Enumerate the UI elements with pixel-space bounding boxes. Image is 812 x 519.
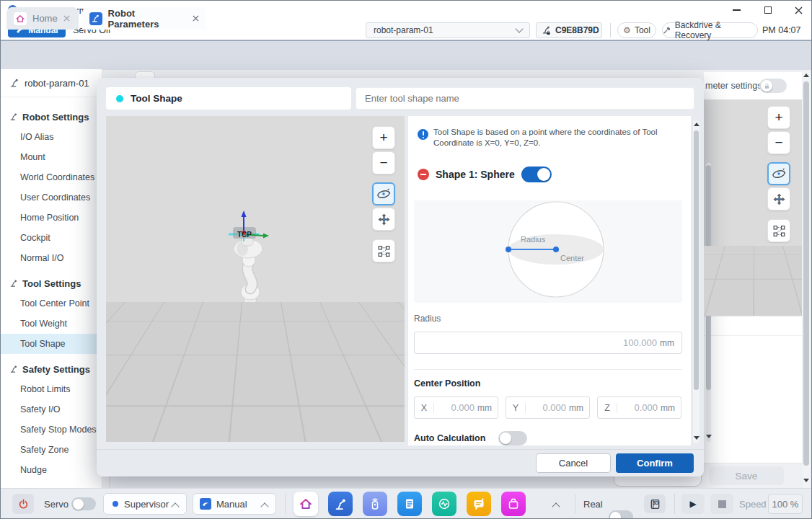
sidebar-item-nudge[interactable]: Nudge bbox=[1, 460, 102, 480]
bg-orbit-button[interactable] bbox=[767, 162, 790, 185]
app-tasks[interactable] bbox=[397, 492, 422, 516]
power-icon bbox=[18, 499, 29, 510]
sidebar-item-tool-weight[interactable]: Tool Weight bbox=[1, 314, 102, 334]
tool-shape-name-input[interactable] bbox=[356, 87, 694, 110]
close-icon[interactable] bbox=[193, 15, 199, 22]
robot-id-badge[interactable]: C9E8B79D bbox=[536, 22, 602, 38]
scroll-up-icon[interactable] bbox=[694, 123, 700, 126]
sidebar-item-home-position[interactable]: Home Position bbox=[1, 208, 102, 228]
sidebar-item-safety-zone[interactable]: Safety Zone bbox=[1, 440, 102, 460]
dialog-3d-viewport[interactable]: BASE TCP + − bbox=[106, 116, 405, 442]
measure-icon bbox=[377, 244, 391, 258]
minus-icon: − bbox=[775, 135, 782, 151]
chat-icon bbox=[472, 497, 486, 511]
tool-button[interactable]: ⚙ Tool bbox=[617, 22, 656, 38]
view-rear-button[interactable]: Rear bbox=[284, 419, 333, 438]
chevron-down-icon bbox=[515, 25, 523, 32]
sidebar-item-robot-limits[interactable]: Robot Limits bbox=[1, 379, 102, 399]
sidebar-item-tool-center-point[interactable]: Tool Center Point bbox=[1, 293, 102, 314]
tool-button-label: Tool bbox=[635, 25, 650, 35]
center-z-field[interactable]: Z 0.000 mm bbox=[597, 396, 681, 419]
remove-shape-button[interactable] bbox=[418, 169, 429, 180]
axis-label: Y bbox=[506, 403, 526, 413]
sidebar-item-tool-shape[interactable]: Tool Shape bbox=[1, 334, 102, 354]
cancel-button[interactable]: Cancel bbox=[536, 453, 611, 473]
tab-home[interactable]: Home bbox=[6, 7, 79, 30]
scroll-down-icon[interactable] bbox=[706, 435, 712, 438]
view-left-button[interactable]: Left bbox=[225, 419, 274, 438]
toggle-knob bbox=[73, 499, 84, 510]
shape-enabled-toggle[interactable] bbox=[521, 167, 552, 182]
app-messages[interactable] bbox=[467, 492, 491, 516]
bullet-icon bbox=[116, 95, 123, 102]
mode-select[interactable]: Manual bbox=[193, 493, 276, 515]
pan-button[interactable] bbox=[372, 208, 395, 231]
app-teach-pendant[interactable] bbox=[363, 492, 387, 516]
bg-pan-button[interactable] bbox=[767, 187, 790, 210]
maximize-button[interactable] bbox=[754, 1, 782, 19]
bg-zoom-in-button[interactable]: + bbox=[767, 106, 790, 129]
robot-parameters-icon bbox=[89, 12, 102, 25]
confirm-button[interactable]: Confirm bbox=[616, 453, 694, 473]
sidebar-item-user-coordinates[interactable]: User Coordinates bbox=[1, 187, 102, 208]
background-3d-viewport[interactable]: + − Top bbox=[704, 99, 802, 316]
bg-zoom-out-button[interactable]: − bbox=[767, 131, 790, 154]
role-select[interactable]: Supervisor bbox=[103, 493, 187, 515]
sidebar-item-world-coordinates[interactable]: World Coordinates bbox=[1, 167, 102, 187]
stop-button[interactable] bbox=[710, 494, 733, 514]
close-button[interactable] bbox=[784, 1, 812, 19]
scroll-down-icon[interactable] bbox=[803, 479, 809, 482]
param-select[interactable]: robot-param-01 bbox=[366, 22, 530, 38]
speed-value-box[interactable]: 100 % bbox=[768, 494, 803, 514]
view-label: Right bbox=[179, 423, 202, 434]
inner-scrollbar[interactable] bbox=[706, 163, 711, 442]
real-toggle[interactable] bbox=[609, 510, 633, 519]
center-y-field[interactable]: Y 0.000 mm bbox=[506, 396, 590, 419]
backdrive-recovery-button[interactable]: Backdrive & Recovery bbox=[662, 22, 758, 38]
center-x-field[interactable]: X 0.000 mm bbox=[414, 396, 498, 419]
panel-divider bbox=[704, 335, 802, 336]
sidebar-item-safety-stop-modes[interactable]: Safety Stop Modes bbox=[1, 420, 102, 440]
scroll-down-icon[interactable] bbox=[694, 436, 700, 440]
zoom-out-button[interactable]: − bbox=[372, 151, 395, 174]
measure-button[interactable] bbox=[372, 239, 395, 262]
sidebar-item-safety-io[interactable]: Safety I/O bbox=[1, 399, 102, 420]
robot-id-value: C9E8B79D bbox=[555, 25, 599, 35]
scrollbar-thumb[interactable] bbox=[803, 81, 809, 466]
scrollbar-thumb[interactable] bbox=[706, 165, 711, 390]
sidebar-item-mount[interactable]: Mount bbox=[1, 147, 102, 167]
view-front-button[interactable]: Front bbox=[107, 419, 156, 438]
app-store[interactable] bbox=[501, 492, 526, 516]
close-icon[interactable] bbox=[63, 15, 70, 22]
minimize-button[interactable] bbox=[722, 1, 751, 19]
app-home[interactable] bbox=[294, 492, 318, 516]
radius-input[interactable]: 100.000 mm bbox=[414, 332, 682, 354]
orbit-button[interactable] bbox=[372, 182, 395, 205]
save-button[interactable]: Save bbox=[709, 466, 784, 485]
view-right-button[interactable]: Right bbox=[166, 419, 215, 438]
power-button[interactable] bbox=[12, 494, 34, 514]
auto-calculation-toggle[interactable] bbox=[498, 431, 527, 445]
tab-robot-parameters[interactable]: Robot Parameters bbox=[82, 7, 206, 30]
toolbar-divider bbox=[610, 23, 611, 37]
minus-icon bbox=[420, 174, 426, 175]
bg-measure-button[interactable] bbox=[767, 219, 790, 242]
bg-view-top-button[interactable]: Top bbox=[711, 263, 799, 283]
sidebar-item-cockpit[interactable]: Cockpit bbox=[1, 228, 102, 248]
sidebar-item-io-alias[interactable]: I/O Alias bbox=[1, 127, 102, 147]
play-button[interactable]: ▶ bbox=[681, 494, 705, 514]
zoom-in-button[interactable]: + bbox=[372, 126, 395, 149]
app-robot-params[interactable] bbox=[328, 492, 353, 516]
settings-lock-toggle[interactable] bbox=[759, 79, 787, 93]
simulator-3d-button[interactable]: 3D bbox=[644, 494, 666, 513]
robot-lock-icon bbox=[542, 25, 552, 35]
servo-toggle[interactable] bbox=[71, 497, 96, 510]
page-scrollbar[interactable] bbox=[803, 71, 810, 488]
scroll-up-icon[interactable] bbox=[803, 74, 809, 77]
scrollbar-thumb[interactable] bbox=[694, 130, 699, 390]
base-label: BASE bbox=[232, 347, 251, 355]
panel-scrollbar[interactable] bbox=[693, 120, 700, 443]
sidebar-item-normal-io[interactable]: Normal I/O bbox=[1, 248, 102, 268]
view-top-button[interactable]: Top bbox=[343, 419, 393, 438]
app-monitoring[interactable] bbox=[432, 492, 456, 516]
